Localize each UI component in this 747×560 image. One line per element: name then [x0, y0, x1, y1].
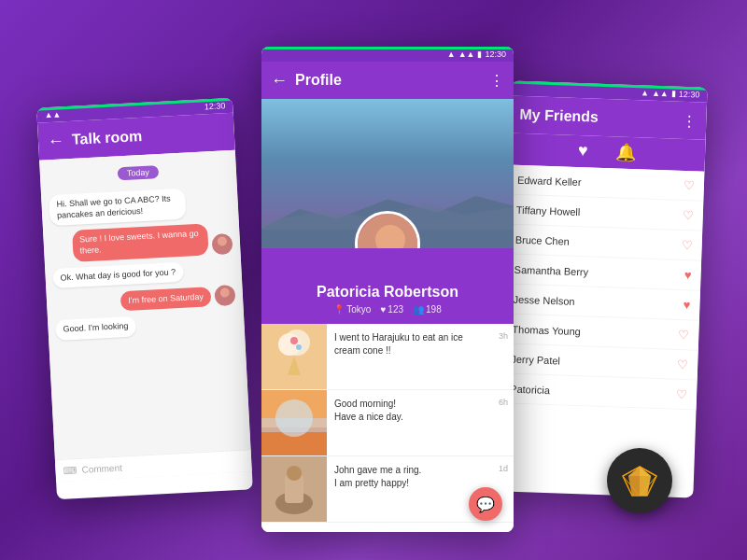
- heart-icon: ♥: [380, 304, 386, 315]
- location-info: 📍 Tokyo: [333, 304, 371, 315]
- table-row: Sure ! I love sweets. I wanna go there.: [50, 222, 233, 262]
- friend-name: Bruce Chen: [515, 233, 676, 250]
- post-item-1: I went to Harajuku to eat an ice cream c…: [261, 324, 514, 390]
- msg-received-1: Hi. Shall we go to CA ABC? Its pancakes …: [49, 189, 186, 227]
- more-icon[interactable]: ⋮: [682, 111, 698, 130]
- svg-point-13: [296, 344, 302, 350]
- phone-right: ▲ ▲▲ ▮ 12:30 My Friends ⋮ ♥ 🔔 Edward Kel…: [497, 80, 707, 497]
- heart-tab-icon[interactable]: ♥: [577, 141, 587, 161]
- post-image-1: [261, 324, 327, 389]
- wifi-icon: ▲: [447, 49, 456, 59]
- profile-meta: 📍 Tokyo ♥ 123 👥 198: [261, 304, 514, 315]
- time-right: 12:30: [679, 90, 700, 100]
- post-content-1: I went to Harajuku to eat an ice cream c…: [327, 324, 493, 389]
- sketch-badge: [607, 448, 672, 513]
- friends-info: 👥 198: [413, 304, 442, 315]
- post-content-2: Good morning!Have a nice day.: [327, 390, 493, 455]
- friend-name: Patoricia: [510, 383, 670, 399]
- profile-name: Patoricia Robertson: [261, 284, 514, 301]
- friend-name: Edward Keller: [517, 174, 678, 190]
- svg-point-17: [275, 399, 313, 437]
- back-button[interactable]: ←: [47, 131, 64, 151]
- friends-list: Edward Keller ♡ Tiffany Howell ♡ Bruce C…: [500, 164, 705, 410]
- table-row: Ok. What day is good for you ?: [52, 259, 234, 289]
- table-row: Hi. Shall we go to CA ABC? Its pancakes …: [49, 186, 231, 226]
- post-image-2: [261, 390, 327, 455]
- like-icon[interactable]: ♡: [678, 328, 690, 342]
- like-icon[interactable]: ♡: [681, 238, 693, 252]
- friends-icon: 👥: [413, 304, 424, 315]
- svg-point-12: [290, 337, 298, 344]
- wifi-icon: ▲: [641, 88, 649, 97]
- svg-point-10: [278, 333, 301, 356]
- msg-sent-2: I'm free on Saturday: [120, 287, 212, 312]
- msg-received-2: Ok. What day is good for you ?: [52, 262, 184, 289]
- profile-header: ← Profile ⋮: [261, 62, 514, 99]
- avatar: [214, 285, 235, 306]
- phone-left: ▲▲ 12:30 ← Talk room Today Hi. Shall we …: [36, 98, 253, 499]
- like-icon-filled[interactable]: ♥: [683, 298, 690, 312]
- post-item-2: Good morning!Have a nice day. 6h: [261, 390, 514, 456]
- chat-icon: 💬: [476, 496, 495, 513]
- location-text: Tokyo: [346, 304, 371, 315]
- msg-sent-1: Sure ! I love sweets. I wanna go there.: [72, 224, 209, 262]
- today-badge: Today: [40, 158, 237, 185]
- like-icon[interactable]: ♡: [684, 178, 696, 192]
- msg-received-3: Good. I'm looking: [55, 316, 136, 341]
- chat-fab-button[interactable]: 💬: [469, 487, 502, 521]
- post-content-3: John gave me a ring.I am pretty happy!: [327, 456, 493, 522]
- like-icon-filled[interactable]: ♥: [684, 268, 692, 282]
- table-row: Good. I'm looking: [55, 311, 237, 341]
- more-icon[interactable]: ⋮: [489, 72, 504, 90]
- friend-name: Jerry Patel: [511, 353, 671, 370]
- signal-icon: ▲▲: [458, 49, 475, 59]
- post-time-3: 1d: [493, 456, 514, 481]
- comment-placeholder: Comment: [81, 463, 122, 475]
- profile-title: Profile: [295, 72, 482, 89]
- friends-title: My Friends: [519, 106, 675, 129]
- battery-icon: ▮: [671, 89, 676, 98]
- svg-point-1: [215, 247, 231, 255]
- avatar: [211, 233, 233, 255]
- likes-info: ♥ 123: [380, 304, 403, 315]
- list-item: Patoricia ♡: [500, 373, 698, 410]
- friend-name: Jesse Nelson: [513, 293, 678, 310]
- svg-point-21: [287, 466, 302, 481]
- signal-icon: ▲▲: [652, 89, 669, 99]
- keyboard-icon: ⌨: [63, 465, 77, 476]
- phones-container: ▲▲ 12:30 ← Talk room Today Hi. Shall we …: [47, 28, 700, 532]
- like-icon[interactable]: ♡: [676, 387, 688, 401]
- post-time-2: 6h: [493, 390, 514, 414]
- friends-count: 198: [426, 304, 442, 315]
- location-pin-icon: 📍: [333, 304, 345, 315]
- post-time-1: 3h: [493, 324, 514, 348]
- table-row: I'm free on Saturday: [54, 285, 236, 315]
- messages-list: Hi. Shall we go to CA ABC? Its pancakes …: [41, 182, 251, 460]
- friend-name: Samantha Berry: [514, 263, 679, 280]
- svg-point-0: [218, 236, 228, 246]
- profile-info: Patoricia Robertson 📍 Tokyo ♥ 123 👥 198: [261, 248, 514, 324]
- friend-name: Tiffany Howell: [516, 203, 677, 220]
- battery-icon: ▮: [477, 49, 482, 59]
- signal-icon: ▲▲: [44, 109, 61, 119]
- friend-name: Thomas Young: [512, 323, 672, 340]
- bell-tab-icon[interactable]: 🔔: [615, 142, 637, 163]
- talkroom-body: Today Hi. Shall we go to CA ABC? Its pan…: [39, 150, 252, 483]
- phone-center: ▲ ▲▲ ▮ 12:30 ← Profile ⋮: [261, 47, 514, 532]
- post-image-3: [261, 456, 327, 522]
- svg-point-3: [218, 300, 233, 307]
- likes-count: 123: [388, 304, 403, 315]
- time-center: 12:30: [485, 49, 506, 59]
- time-left: 12:30: [204, 101, 226, 111]
- back-button[interactable]: ←: [271, 71, 288, 91]
- like-icon[interactable]: ♡: [677, 357, 689, 371]
- talkroom-title: Talk room: [72, 123, 226, 148]
- like-icon[interactable]: ♡: [683, 208, 695, 222]
- profile-cover: [261, 99, 514, 248]
- svg-point-2: [220, 288, 231, 299]
